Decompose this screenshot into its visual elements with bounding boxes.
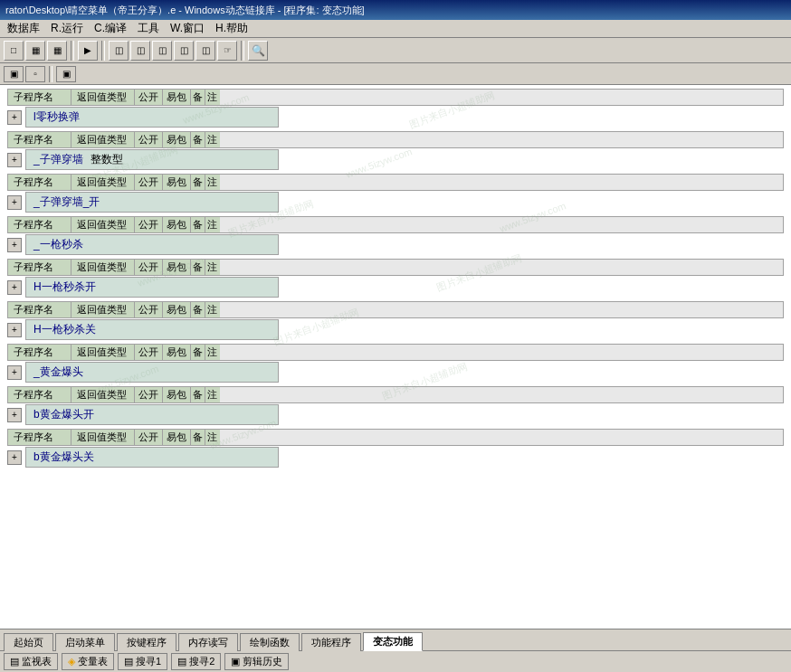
func-name-row-3: + _一枪秒杀 — [7, 234, 784, 255]
clipboard-icon: ▣ — [231, 656, 240, 667]
func-name-1[interactable]: _子弹穿墙 整数型 — [25, 149, 279, 170]
toolbar-secondary: ▣ ▫ ▣ — [0, 63, 791, 85]
toolbar-save[interactable]: ▦ — [47, 41, 67, 61]
tab-funcprog[interactable]: 功能程序 — [301, 633, 361, 651]
func-name-4[interactable]: H一枪秒杀开 — [25, 277, 279, 298]
tab-morph[interactable]: 变态功能 — [363, 632, 423, 651]
func-name-6[interactable]: _黄金爆头 — [25, 362, 279, 383]
col-easy-2: 易包 — [163, 175, 191, 190]
col-label-6: 子程序名 — [8, 345, 71, 360]
toolbar-open[interactable]: ▦ — [25, 41, 45, 61]
col-label-8: 子程序名 — [8, 430, 71, 445]
tab-startup[interactable]: 启动菜单 — [55, 633, 115, 651]
func-name-row-6: + _黄金爆头 — [7, 362, 784, 383]
func-group-1: 子程序名 返回值类型 公开 易包 备 注 + _子弹穿墙 整数型 — [7, 131, 784, 170]
func-name-5[interactable]: H一枪秒杀关 — [25, 319, 279, 340]
toolbar2-btn2[interactable]: ▫ — [25, 66, 45, 82]
col-note1-4: 备 — [191, 260, 205, 275]
toolbar-btn3[interactable]: ◫ — [152, 41, 172, 61]
toolbar-run[interactable]: ▶ — [78, 41, 98, 61]
expand-btn-1[interactable]: + — [7, 153, 22, 167]
status-clipboard[interactable]: ▣ 剪辑历史 — [224, 653, 289, 670]
search1-label: 搜寻1 — [136, 655, 161, 668]
func-name-row-4: + H一枪秒杀开 — [7, 277, 784, 298]
toolbar-btn1[interactable]: ◫ — [109, 41, 129, 61]
menu-run[interactable]: R.运行 — [45, 19, 89, 38]
expand-btn-4[interactable]: + — [7, 280, 22, 295]
varlist-icon: ◈ — [68, 656, 75, 667]
menu-compile[interactable]: C.编译 — [89, 19, 132, 38]
tab-draw[interactable]: 绘制函数 — [240, 633, 300, 651]
toolbar-new[interactable]: □ — [4, 41, 24, 61]
expand-btn-5[interactable]: + — [7, 323, 22, 337]
toolbar-search[interactable]: 🔍 — [248, 41, 268, 61]
col-public-3: 公开 — [135, 217, 163, 232]
col-easy-8: 易包 — [163, 430, 191, 445]
func-header-2: 子程序名 返回值类型 公开 易包 备 注 — [7, 174, 784, 191]
func-name-row-0: + l零秒换弹 — [7, 107, 784, 128]
expand-btn-8[interactable]: + — [7, 450, 22, 465]
expand-btn-0[interactable]: + — [7, 110, 22, 125]
expand-btn-6[interactable]: + — [7, 365, 22, 380]
toolbar2-sep1 — [49, 66, 52, 82]
func-name-2[interactable]: _子弹穿墙_开 — [25, 192, 279, 213]
expand-btn-7[interactable]: + — [7, 408, 22, 422]
func-header-0: 子程序名 返回值类型 公开 易包 备 注 — [7, 89, 784, 106]
toolbar-btn5[interactable]: ◫ — [195, 41, 215, 61]
tab-memread[interactable]: 内存读写 — [178, 633, 238, 651]
status-monitor[interactable]: ▤ 监视表 — [4, 653, 58, 670]
menu-help[interactable]: H.帮助 — [210, 19, 253, 38]
toolbar2-btn1[interactable]: ▣ — [4, 66, 24, 82]
toolbar-btn4[interactable]: ◫ — [174, 41, 194, 61]
menu-window[interactable]: W.窗口 — [165, 19, 210, 38]
col-note1-1: 备 — [191, 132, 205, 147]
varlist-label: 变量表 — [78, 655, 108, 668]
func-header-1: 子程序名 返回值类型 公开 易包 备 注 — [7, 131, 784, 148]
expand-btn-3[interactable]: + — [7, 238, 22, 252]
col-label-1: 子程序名 — [8, 132, 71, 147]
content-scrollable[interactable]: 子程序名 返回值类型 公开 易包 备 注 + l零秒换弹 子程序名 返回值类型 … — [0, 85, 791, 629]
col-return-3: 返回值类型 — [71, 217, 135, 232]
func-name-7[interactable]: b黄金爆头开 — [25, 404, 279, 425]
col-note2-3: 注 — [205, 217, 220, 232]
expand-btn-2[interactable]: + — [7, 195, 22, 210]
func-name-row-5: + H一枪秒杀关 — [7, 319, 784, 340]
toolbar2-btn3[interactable]: ▣ — [56, 66, 76, 82]
col-easy-5: 易包 — [163, 302, 191, 317]
func-group-0: 子程序名 返回值类型 公开 易包 备 注 + l零秒换弹 — [7, 89, 784, 128]
func-group-3: 子程序名 返回值类型 公开 易包 备 注 + _一枪秒杀 — [7, 216, 784, 255]
title-text: rator\Desktop\晴空菜单（帝王分享）.e - Windows动态链接… — [5, 4, 365, 17]
func-name-3[interactable]: _一枪秒杀 — [25, 234, 279, 255]
status-search1[interactable]: ▤ 搜寻1 — [118, 653, 167, 670]
func-return-type-1: 整数型 — [91, 152, 123, 167]
col-public-4: 公开 — [135, 260, 163, 275]
status-varlist[interactable]: ◈ 变量表 — [62, 653, 114, 670]
menu-tools[interactable]: 工具 — [132, 19, 165, 38]
toolbar-btn2[interactable]: ◫ — [130, 41, 150, 61]
monitor-label: 监视表 — [22, 655, 52, 668]
col-note1-7: 备 — [191, 387, 205, 402]
clipboard-label: 剪辑历史 — [243, 655, 282, 668]
toolbar-sep1 — [71, 41, 74, 61]
col-easy-6: 易包 — [163, 345, 191, 360]
status-search2[interactable]: ▤ 搜寻2 — [171, 653, 221, 670]
col-public-5: 公开 — [135, 302, 163, 317]
func-group-4: 子程序名 返回值类型 公开 易包 备 注 + H一枪秒杀开 — [7, 259, 784, 298]
col-return-8: 返回值类型 — [71, 430, 135, 445]
col-note2-4: 注 — [205, 260, 220, 275]
menu-db[interactable]: 数据库 — [2, 19, 45, 38]
toolbar-btn6[interactable]: ☞ — [217, 41, 237, 61]
col-note1-0: 备 — [191, 90, 205, 105]
func-name-0[interactable]: l零秒换弹 — [25, 107, 279, 128]
tab-start[interactable]: 起始页 — [4, 633, 53, 651]
tab-hotkey[interactable]: 按键程序 — [117, 633, 176, 651]
func-name-8[interactable]: b黄金爆头关 — [25, 447, 279, 468]
col-return-0: 返回值类型 — [71, 90, 135, 105]
func-group-2: 子程序名 返回值类型 公开 易包 备 注 + _子弹穿墙_开 — [7, 174, 784, 213]
func-group-6: 子程序名 返回值类型 公开 易包 备 注 + _黄金爆头 — [7, 344, 784, 383]
function-list: 子程序名 返回值类型 公开 易包 备 注 + l零秒换弹 子程序名 返回值类型 … — [0, 85, 791, 475]
func-header-8: 子程序名 返回值类型 公开 易包 备 注 — [7, 429, 784, 446]
col-public-0: 公开 — [135, 90, 163, 105]
col-note2-8: 注 — [205, 430, 220, 445]
col-label-5: 子程序名 — [8, 302, 71, 317]
